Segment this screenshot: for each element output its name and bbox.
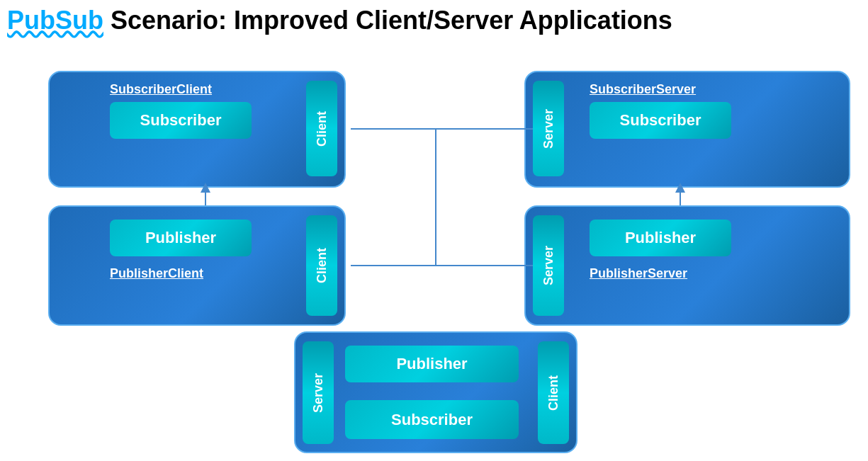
publisher-client-side: Client <box>306 215 337 316</box>
page-title: PubSub Scenario: Improved Client/Server … <box>7 6 672 35</box>
publisher-server-box: Server Publisher PublisherServer <box>524 205 850 326</box>
subscriber-server-role: Subscriber <box>590 102 731 139</box>
bottom-client-side: Client <box>538 341 569 444</box>
subscriber-client-label: SubscriberClient <box>110 82 212 97</box>
subscriber-client-side: Client <box>306 81 337 176</box>
subscriber-server-label: SubscriberServer <box>590 82 696 97</box>
title-scenario: Scenario <box>103 6 218 35</box>
bottom-subscriber-role: Subscriber <box>345 400 519 439</box>
subscriber-client-role: Subscriber <box>110 102 252 139</box>
title-pubsub: PubSub <box>7 6 103 35</box>
publisher-server-side: Server <box>533 215 564 316</box>
publisher-client-label: PublisherClient <box>110 266 203 281</box>
publisher-server-role: Publisher <box>590 220 731 256</box>
title-rest: : Improved Client/Server Applications <box>218 6 672 35</box>
bottom-server-side: Server <box>303 341 334 444</box>
publisher-client-box: Publisher PublisherClient Client <box>48 205 346 326</box>
subscriber-server-box: Server SubscriberServer Subscriber <box>524 71 850 188</box>
publisher-client-role: Publisher <box>110 220 252 256</box>
bottom-publisher-role: Publisher <box>345 346 519 382</box>
subscriber-server-side: Server <box>533 81 564 176</box>
subscriber-client-box: SubscriberClient Subscriber Client <box>48 71 346 188</box>
publisher-server-label: PublisherServer <box>590 266 687 281</box>
bottom-combined-box: Server Client Publisher Subscriber <box>294 331 577 453</box>
